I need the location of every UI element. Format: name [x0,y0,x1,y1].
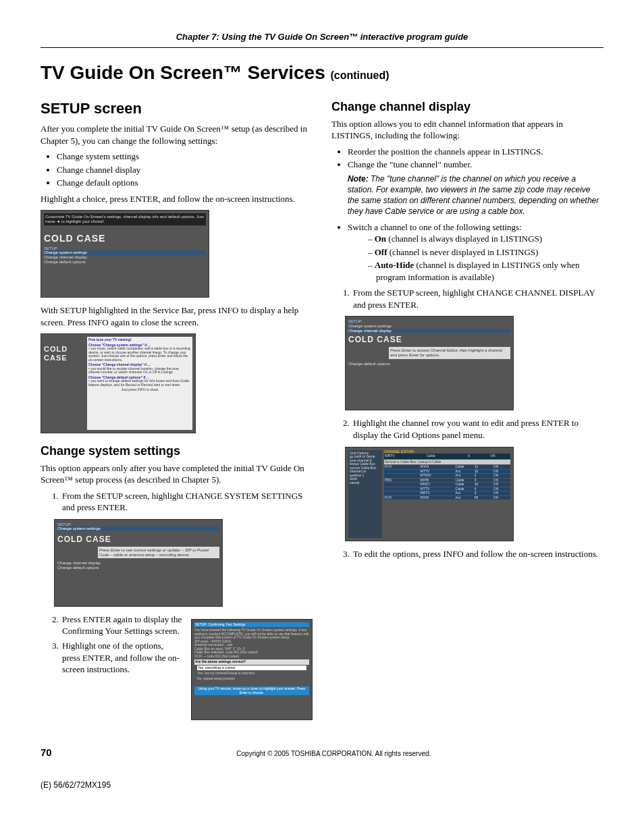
screenshot-grid-options: Grid Options go back to Setup tune chann… [345,447,514,541]
ccd-intro: This option allows you to edit channel i… [331,118,603,142]
grid-cell [385,470,417,474]
grid-panel: cancel [350,481,381,485]
shot-menu-item: Change channel display [57,561,219,566]
help-text: • you move, switch cable companies, add … [88,347,191,362]
grid-row: WTWOAnt2ON [384,474,510,478]
grid-head: ON [490,454,510,458]
grid-cell: ON [493,491,510,495]
grid-cell: Ant [456,491,472,495]
confirm-hint: Using your TV remote, move up or down to… [194,686,309,695]
grid-head: 6 [468,454,487,458]
grid-cell [385,487,417,491]
sub-bullets: – On (channel is always displayed in LIS… [348,233,603,283]
step-item: From the SETUP screen, highlight CHANGE … [61,490,313,514]
page-title-continued: (continued) [331,70,390,81]
grid-cell: FOX [385,465,417,469]
step-item: Press ENTER again to display the Confirm… [61,614,183,637]
ccd-steps-final: To edit the options, press INFO and foll… [331,548,603,560]
setup-intro: After you complete the initial TV Guide … [41,123,313,146]
setup-info-hint: With SETUP highlighted in the Service Ba… [41,304,313,328]
setup-bullet-list: Change system settings Change channel di… [41,151,313,189]
sub-bold: On [375,234,386,244]
grid-cell: Cable [456,483,472,487]
grid-row: WNDYCable16ON [384,483,510,487]
note-body: The "tune channel" is the channel on whi… [348,174,599,217]
page-number: 70 [41,746,52,759]
grid-cell: FOX [385,496,417,500]
confirm-body: You have entered the following TV Guide … [194,628,309,658]
grid-cell: WTWO [420,474,452,478]
bullet-item: Change default options [57,177,313,189]
help-text: • you would like to reorder channel loca… [88,367,191,375]
sub-rest: (channel is always displayed in LISTINGS… [386,234,542,244]
grid-head: WRTV [385,454,424,458]
grid-cell: 4 [475,487,491,491]
step-item: From the SETUP screen, highlight CHANGE … [352,287,603,310]
shot-menu-item: Change system settings [57,526,219,531]
cold-case-logo: COLD CASE [57,535,219,544]
bullet-item: Switch a channel to one of the following… [348,221,603,283]
grid-cell: ON [493,465,510,469]
grid-cell: WXIN [420,496,452,500]
bullet-text: Change the "tune channel" number. [348,159,472,169]
setup-instruction: Highlight a choice, press ENTER, and fol… [41,193,313,205]
change-system-settings-heading: Change system settings [41,443,313,459]
bullet-item: Change the "tune channel" number. Note: … [348,159,603,217]
grid-cell: WNDY [420,483,452,487]
grid-cell: 2 [475,474,491,478]
confirm-opt: Yes, everything is correct [197,666,306,671]
step-item: Highlight one of the options, press ENTE… [61,640,183,676]
grid-cell: WXIN [420,465,452,469]
shot-menu-item: Change default options [44,260,206,265]
grid-cell [385,483,417,487]
shot-menu-item: SETUP [44,246,206,251]
steps-with-side-image: Press ENTER again to display the Confirm… [41,614,313,727]
step-item: To edit the options, press INFO and foll… [352,548,603,560]
sub-rest: (channel is never displayed in LISTINGS) [387,247,539,257]
bullet-text: Switch a channel to one of the following… [348,222,522,232]
shot-menu-item: SETUP [57,522,219,527]
two-column-layout: SETUP screen After you complete the init… [41,97,603,727]
grid-cell: PBS [385,479,417,483]
left-column: SETUP screen After you complete the init… [41,97,313,727]
grid-cell: ON [493,483,510,487]
ccd-steps: From the SETUP screen, highlight CHANGE … [331,287,603,310]
help-text: • you want to change default settings fo… [88,379,191,387]
confirm-question: Are the above settings correct? [194,659,309,665]
sub-bold: Auto-Hide [375,260,414,270]
page-footer: 70 Copyright © 2005 TOSHIBA CORPORATION.… [41,746,603,759]
ccd-steps-cont: Highlight the channel row you want to ed… [331,417,603,441]
cold-case-logo: COLD CASE [44,345,84,361]
grid-row: WTTVCable4ON [384,487,510,491]
change-channel-display-heading: Change channel display [331,99,603,115]
grid-service: Service is Cable Box, Lineup is Cable [384,460,510,465]
help-title: Fine tune your TV viewing! [88,338,191,342]
page-title: TV Guide On Screen™ Services (continued) [41,60,603,86]
screenshot-confirm-settings: SETUP: Confirming Your Settings You have… [191,619,313,720]
shot-tip-box: Customize TV Guide On Screen's settings,… [44,213,206,225]
grid-row: FOXWXINCable11ON [384,465,510,469]
sub-item: – Auto-Hide (channel is displayed in LIS… [368,259,603,283]
sub-bold: Off [375,247,387,257]
grid-cell: ON [493,496,510,500]
ccd-bullets: Reorder the position the channels appear… [331,146,603,283]
bullet-item: Change system settings [57,151,313,163]
grid-row: WTTVAnt10ON [384,470,510,474]
bullet-item: Reorder the position the channels appear… [348,146,603,158]
grid-cell: 16 [475,483,491,487]
shot-tip: Press Enter to see current settings or u… [98,547,219,558]
cold-case-logo: COLD CASE [348,335,510,344]
note-block: Note: The "tune channel" is the channel … [348,173,603,217]
screenshot-setup-menu: Customize TV Guide On Screen's settings,… [41,210,209,298]
grid-cell: 10 [475,470,491,474]
shot-menu-item: Change system settings [348,324,510,329]
confirm-opt: No, repeat setup process [194,676,309,682]
grid-cell: Ant [456,496,472,500]
bullet-item: Change channel display [57,164,313,176]
page-title-main: TV Guide On Screen™ Services [41,62,331,83]
document-code: (E) 56/62/72MX195 [41,780,603,790]
sub-item: – Off (channel is never displayed in LIS… [368,246,603,259]
screenshot-css-menu: SETUP Change system settings COLD CASE P… [54,519,223,607]
grid-cell: 6 [475,491,491,495]
shot-menu-item: SETUP [348,319,510,324]
